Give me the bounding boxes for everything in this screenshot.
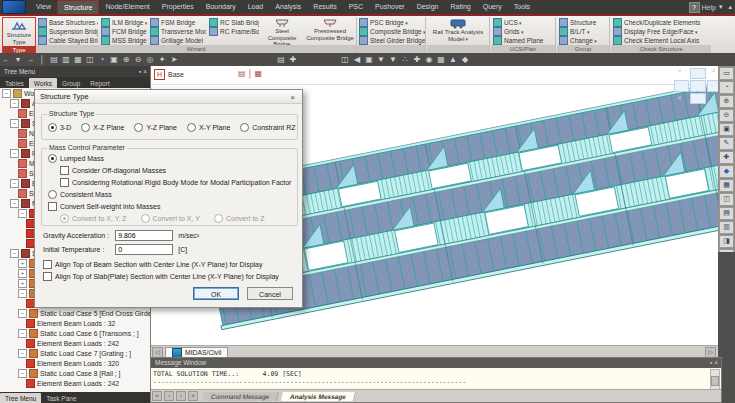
tree-tab-tables[interactable]: Tables (0, 78, 29, 88)
check-duplicate-elements-button[interactable]: Check/Duplicate Elements (611, 18, 711, 27)
tab-psc[interactable]: PSC (343, 0, 369, 14)
undo-dropdown-icon[interactable]: ▾ (12, 54, 24, 65)
radio-consistent-mass[interactable]: Consistent Mass (48, 190, 112, 199)
view-cube[interactable]: ✕✕ ✕✕ (674, 68, 720, 104)
checkbox-rotational-rigid[interactable]: Considering Rotational Rigid Body Mode f… (60, 178, 291, 187)
tab-analysis-message[interactable]: Analysis Message (281, 392, 356, 401)
wizard-suspension-bridge[interactable]: Suspension Bridge (36, 27, 98, 36)
ribbon-options-icon[interactable]: ▾ (716, 3, 726, 11)
tree-menu-header[interactable]: Tree Menu ▪ × (0, 66, 150, 77)
wizard-cable-stayed-bridge[interactable]: Cable Stayed Bridge (36, 36, 98, 45)
window-tool-icon-7[interactable]: ✚ (411, 54, 423, 65)
window-tool-icon-2[interactable]: ◀ (351, 54, 363, 65)
tree-item[interactable]: Element Beam Loads : 242 (0, 378, 150, 388)
rail-track-analysis-button[interactable]: Rail Track Analysis Model (431, 18, 485, 44)
window-tool-icon-11[interactable]: ◆ (459, 54, 471, 65)
tab-view[interactable]: View (30, 0, 57, 14)
window-tool-icon-1[interactable]: ◫ (339, 54, 351, 65)
quick-add-icon[interactable]: ✚ (287, 54, 299, 65)
message-window-header[interactable]: Message Window ▪ × (151, 358, 721, 368)
tab-tools[interactable]: Tools (508, 0, 536, 14)
select-icon[interactable]: ➤ (168, 54, 180, 65)
doc-tab-next-icon[interactable]: ▷ (705, 347, 716, 358)
tree-tab-report[interactable]: Report (85, 78, 115, 88)
tree-item[interactable]: Element Beam Loads : 320 (0, 358, 150, 368)
wizard-mss-bridge[interactable]: MSS Bridge (99, 36, 147, 45)
tab-design[interactable]: Design (411, 0, 445, 14)
group-blt-menu[interactable]: B/L/T (557, 27, 609, 36)
radio-xz-plane[interactable]: X-Z Plane (81, 123, 124, 132)
view-tool-icon-6[interactable]: ▣ (108, 54, 120, 65)
window-tool-icon-3[interactable]: ▣ (363, 54, 375, 65)
vt-icon-5[interactable]: ▣ (719, 123, 734, 136)
radio-yz-plane[interactable]: Y-Z Plane (134, 123, 176, 132)
doc-tab-prev-icon[interactable]: ◁ (152, 347, 163, 358)
window-tool-icon-9[interactable]: ▦ (435, 54, 447, 65)
steel-composite-bridge-button[interactable]: Steel Composite Bridge (260, 18, 304, 44)
tree-item[interactable]: −Static Load Case 5 [End Cross Girder SW… (0, 308, 150, 318)
msg-nav-last-icon[interactable]: » (188, 391, 198, 401)
help-button[interactable]: ? Help (689, 2, 716, 13)
structure-type-button[interactable]: Structure Type (3, 19, 35, 45)
wizard-ilm-bridge[interactable]: ILM Bridge (99, 18, 147, 27)
radio-xy-plane[interactable]: X-Y Plane (187, 123, 230, 132)
view-tool-icon-1[interactable]: ▤ (48, 54, 60, 65)
check-element-local-axis-button[interactable]: Check Element Local Axis (611, 36, 711, 45)
display-option-icon[interactable]: ▤ (275, 54, 287, 65)
vt-icon-13[interactable]: ◨ (719, 235, 734, 248)
zoom-out-icon[interactable]: ⊖ (132, 54, 144, 65)
vt-icon-11[interactable]: ▤ (719, 207, 734, 220)
tab-pushover[interactable]: Pushover (369, 0, 411, 14)
tab-node-element[interactable]: Node/Element (99, 0, 155, 14)
group-structure-button[interactable]: Structure (557, 18, 609, 27)
window-tool-icon-4[interactable]: ▼ (375, 54, 387, 65)
view-tab-controls-icon[interactable]: ▤│▦ (238, 69, 264, 78)
radio-lumped-mass[interactable]: Lumped Mass (48, 154, 104, 163)
tab-structure[interactable]: Structure (57, 0, 99, 15)
tree-item[interactable]: −Static Load Case 7 [Grating ; ] (0, 348, 150, 358)
message-close-icon[interactable]: × (714, 359, 718, 366)
psc-bridge-menu[interactable]: PSC Bridge (357, 18, 425, 27)
msg-nav-first-icon[interactable]: « (152, 391, 162, 401)
named-plane-button[interactable]: Named Plane (491, 36, 555, 45)
wizard-grillage-model[interactable]: Grillage Model (148, 36, 206, 45)
undo-icon[interactable]: ← (0, 54, 12, 65)
tab-command-message[interactable]: Command Message (202, 392, 279, 401)
tab-analysis[interactable]: Analysis (269, 0, 307, 14)
wizard-rc-slab-bridge[interactable]: RC Slab Bridge (207, 18, 259, 27)
cancel-button[interactable]: Cancel (247, 287, 293, 300)
vt-icon-7[interactable]: ✚ (719, 151, 734, 164)
view-tool-icon-4[interactable]: ◫ (84, 54, 96, 65)
tab-rating[interactable]: Rating (444, 0, 476, 14)
display-free-edge-menu[interactable]: Display Free Edge/Face (611, 27, 711, 36)
msg-nav-prev-icon[interactable]: ‹ (164, 391, 174, 401)
tree-tab-group[interactable]: Group (57, 78, 85, 88)
dialog-close-icon[interactable]: × (287, 92, 298, 103)
vt-icon-4[interactable]: ⊖ (719, 109, 734, 122)
composite-bridge-menu[interactable]: Composite Bridge (357, 27, 425, 36)
window-tool-icon-6[interactable]: ∴ (399, 54, 411, 65)
vt-icon-12[interactable]: ▥ (719, 221, 734, 234)
vt-icon-3[interactable]: ⊕ (719, 95, 734, 108)
document-tab-midas-civil[interactable]: MIDAS/Civil (165, 347, 228, 358)
radio-constraint-rz[interactable]: Constraint RZ (240, 123, 295, 132)
wizard-fcm-bridge[interactable]: FCM Bridge (99, 27, 147, 36)
wizard-fsm-bridge[interactable]: FSM Bridge (148, 18, 206, 27)
tree-item[interactable]: Element Beam Loads : 32 (0, 318, 150, 328)
bottom-tab-task-pane[interactable]: Task Pane (41, 393, 81, 403)
app-logo[interactable] (2, 0, 26, 14)
vt-icon-8[interactable]: ◆ (719, 165, 734, 178)
wizard-base-structures[interactable]: Base Structures (36, 18, 98, 27)
redo-icon[interactable]: → (24, 54, 36, 65)
gravity-input[interactable] (115, 230, 173, 241)
vt-icon-9[interactable]: ▦ (719, 179, 734, 192)
window-tool-icon-8[interactable]: ◉ (423, 54, 435, 65)
tree-close-icon[interactable]: × (143, 68, 147, 75)
ucs-menu[interactable]: UCS (491, 18, 555, 27)
prestressed-composite-bridge-button[interactable]: Prestressed Composite Bridge (306, 18, 354, 44)
tab-query[interactable]: Query (477, 0, 508, 14)
checkbox-align-slab[interactable]: Align Top of Slab(Plate) Section with Ce… (43, 272, 279, 281)
checkbox-convert-self-weight[interactable]: Convert Self-weight into Masses (48, 202, 160, 211)
group-change-menu[interactable]: Change (557, 36, 609, 45)
zoom-in-icon[interactable]: ⊕ (120, 54, 132, 65)
